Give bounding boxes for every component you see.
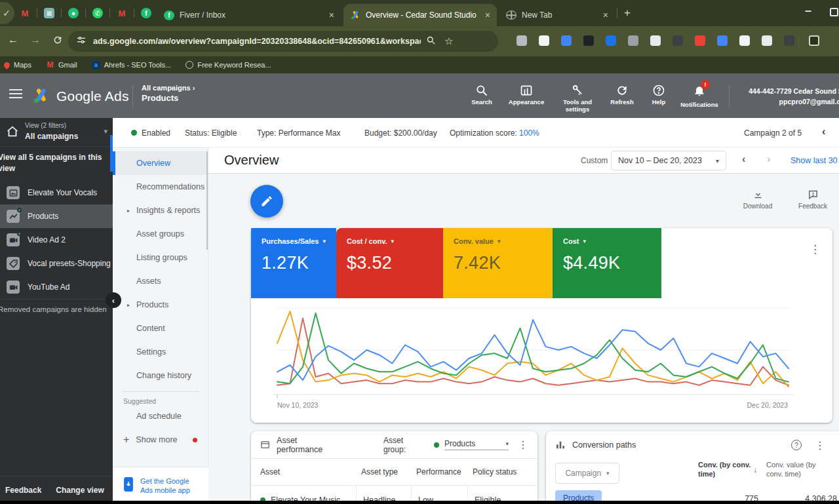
column-asset[interactable]: Asset (251, 467, 361, 476)
change-view-link[interactable]: Change view (56, 486, 104, 495)
nav-scrollbar[interactable] (206, 151, 208, 250)
breadcrumb[interactable]: All campaigns › Products (142, 84, 195, 104)
extension-icon[interactable] (561, 35, 572, 46)
extension-icon[interactable] (583, 35, 594, 46)
metric-label[interactable]: Cost / conv. (347, 237, 387, 245)
campaign-item[interactable]: Vocal presets-Shopping (0, 252, 113, 275)
tab-search-icon[interactable]: ✓ (0, 2, 14, 24)
minimize-window-button[interactable]: – (805, 4, 811, 18)
search-icon[interactable] (426, 35, 437, 48)
campaign-item[interactable]: Products (0, 204, 113, 228)
pinned-tab-gmail-icon[interactable]: M (20, 8, 30, 18)
close-tab-icon[interactable]: × (603, 10, 608, 20)
bookmark-gmail[interactable]: MGmail (46, 61, 77, 69)
help-icon[interactable]: ? (791, 440, 802, 450)
menu-icon[interactable] (9, 89, 22, 98)
new-tab-button[interactable]: + (624, 7, 631, 20)
metric-card[interactable]: Purchases/Sales▾ 1.27K (251, 228, 336, 298)
campaign-item[interactable]: Video Ad 2 (0, 228, 113, 252)
nav-item[interactable]: ▸ Insights & reports (113, 199, 208, 222)
panel-menu-icon[interactable]: ⋮ (518, 438, 528, 451)
date-range-picker[interactable]: Nov 10 – Dec 20, 2023 ▾ (611, 151, 726, 170)
close-tab-icon[interactable]: × (485, 10, 490, 20)
metric-card[interactable]: Cost▾ $4.49K (553, 228, 661, 298)
breadcrumb-parent[interactable]: All campaigns (142, 84, 191, 92)
pinned-tab-gmail2-icon[interactable]: M (117, 8, 127, 18)
panel-menu-icon[interactable]: ⋮ (815, 439, 825, 452)
nav-item[interactable]: ▸ Overview (113, 151, 208, 175)
home-icon[interactable] (5, 125, 20, 139)
next-period-icon[interactable]: › (767, 153, 770, 165)
feedback-button[interactable]: Feedback (794, 189, 831, 210)
show-more-button[interactable]: + Show more (113, 427, 208, 452)
collapse-sidebar-button[interactable]: ‹ (106, 292, 121, 308)
metric-label[interactable]: Cost (563, 237, 579, 245)
extension-icon[interactable] (762, 35, 772, 46)
restore-window-button[interactable] (830, 8, 838, 16)
mobile-app-promo[interactable]: Get the Google Ads mobile app (113, 467, 208, 504)
nav-item[interactable]: ▸ Assets (113, 269, 208, 293)
column-policy-status[interactable]: Policy status (473, 467, 537, 476)
campaign-filter-select[interactable]: Campaign ▾ (555, 463, 619, 484)
nav-item[interactable]: ▸ Products (113, 293, 208, 317)
asset-group-select[interactable]: Products ▾ (444, 439, 509, 450)
nav-item[interactable]: ▸ Content (113, 317, 208, 340)
budget-text[interactable]: Budget: $200.00/day (364, 128, 437, 138)
close-tab-icon[interactable]: × (329, 10, 334, 20)
column-conv-value[interactable]: Conv. value (by conv. time) (766, 460, 832, 479)
show-last-link[interactable]: Show last 30 days (790, 156, 839, 165)
view-selector[interactable]: View (2 filters) All campaigns ▾ (0, 118, 113, 147)
metric-label[interactable]: Purchases/Sales (262, 237, 319, 245)
address-bar[interactable]: ads.google.com/aw/overview?campaignId=20… (68, 31, 498, 52)
extension-icon[interactable] (628, 35, 638, 46)
nav-item[interactable]: ▸ Asset groups (113, 222, 208, 246)
column-conv[interactable]: Conv. (by conv. time) (698, 460, 758, 479)
view-all-note[interactable]: View all 5 campaigns in this view (0, 152, 106, 175)
sort-desc-icon[interactable]: ↓ (753, 465, 757, 475)
extension-icon[interactable] (650, 35, 661, 46)
nav-item[interactable]: ▸ Change history (113, 364, 208, 387)
tab-new-tab[interactable]: New Tab × (499, 4, 615, 26)
feedback-link[interactable]: Feedback (5, 486, 41, 495)
extension-icon[interactable] (673, 35, 683, 46)
bookmark-ahrefs[interactable]: aAhrefs - SEO Tools... (92, 61, 172, 69)
previous-campaign-icon[interactable]: ‹ (822, 126, 825, 138)
optimization-value[interactable]: 100% (519, 128, 539, 138)
panel-menu-icon[interactable]: ⋮ (810, 242, 821, 256)
pinned-tab-app-icon[interactable]: ▦ (44, 8, 54, 18)
campaign-item[interactable]: YouTube Ad (0, 275, 113, 299)
previous-period-icon[interactable]: ‹ (742, 153, 745, 165)
pinned-tab-fiverr-icon[interactable]: f (141, 8, 151, 18)
bookmark-free-keyword[interactable]: Free Keyword Resea... (185, 61, 271, 69)
nav-item[interactable]: ▸ Recommendations (113, 175, 208, 199)
header-action-appearance[interactable]: Appearance (503, 84, 549, 106)
account-info[interactable]: 444-442-7729 Cedar Sound St... ppcpro07@… (735, 87, 839, 107)
nav-item[interactable]: ▸ Listing groups (113, 246, 208, 269)
extension-icon[interactable] (784, 35, 794, 46)
download-button[interactable]: Download (739, 189, 776, 210)
header-action-help[interactable]: Help (636, 84, 682, 106)
header-action-notifications[interactable]: ! Notifications (676, 84, 722, 109)
extension-icon[interactable] (539, 35, 549, 46)
site-settings-icon[interactable] (76, 35, 87, 48)
extension-icon[interactable] (695, 35, 705, 46)
extension-icon[interactable] (717, 35, 728, 46)
header-action-search[interactable]: Search (459, 84, 505, 106)
extension-icon[interactable] (606, 35, 616, 46)
edit-campaign-fab[interactable] (250, 185, 283, 218)
metric-card[interactable]: Conv. value▾ 7.42K (443, 228, 553, 298)
column-asset-type[interactable]: Asset type (361, 467, 416, 476)
extension-icon[interactable] (739, 35, 750, 46)
header-action-tools[interactable]: Tools and settings (555, 84, 600, 113)
extension-icon[interactable] (517, 35, 527, 46)
pinned-tab-whatsapp-icon[interactable]: ✆ (92, 8, 103, 18)
tab-overview-active[interactable]: Overview - Cedar Sound Studio × (343, 4, 497, 26)
bookmark-star-icon[interactable]: ☆ (444, 35, 453, 47)
pinned-tab-green-icon[interactable]: ● (68, 8, 79, 18)
metric-label[interactable]: Conv. value (454, 237, 494, 245)
forward-button[interactable]: → (30, 34, 41, 46)
nav-item-ad-schedule[interactable]: Ad schedule (113, 405, 208, 427)
reload-button[interactable] (52, 35, 63, 48)
campaign-item[interactable]: Elevate Your Vocals (0, 181, 113, 204)
tab-fiverr-inbox[interactable]: f Fiverr / Inbox × (157, 4, 341, 26)
